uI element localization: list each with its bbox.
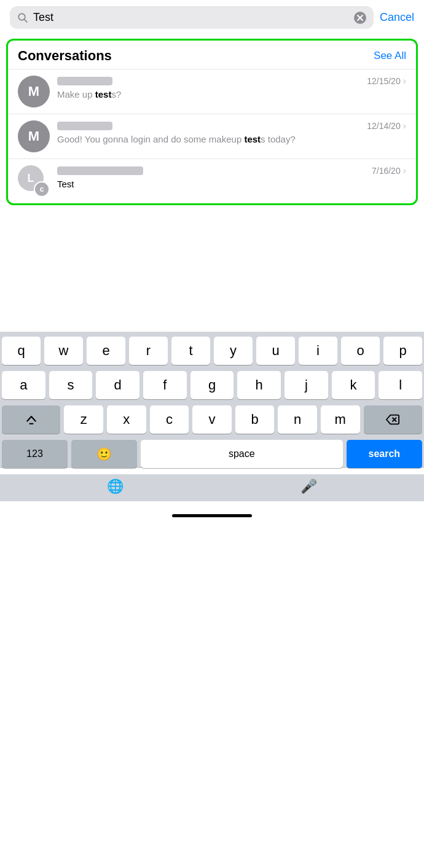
key-q[interactable]: q	[2, 337, 41, 365]
keyboard-row-2: a s d f g h j k l	[2, 371, 422, 399]
keyboard-row-4: 123 🙂 space search	[2, 440, 422, 468]
keyboard: q w e r t y u i o p a s d f g h j k l z …	[0, 332, 424, 468]
conv-top-row: 12/15/20 ›	[57, 76, 406, 87]
key-search[interactable]: search	[347, 440, 422, 468]
clear-icon	[356, 14, 364, 22]
key-c[interactable]: c	[150, 405, 189, 434]
key-k[interactable]: k	[332, 371, 375, 399]
avatar-sub: c	[34, 181, 50, 197]
section-title: Conversations	[18, 48, 112, 64]
key-t[interactable]: t	[171, 337, 210, 365]
key-h[interactable]: h	[237, 371, 281, 399]
key-n[interactable]: n	[278, 405, 317, 434]
conv-preview: Make up tests?	[57, 88, 406, 101]
key-w[interactable]: w	[44, 337, 83, 365]
conversation-item[interactable]: M 12/14/20 › Good! You gonna login and d…	[8, 114, 416, 158]
home-indicator	[0, 501, 424, 522]
conv-date: 7/16/20	[372, 166, 401, 176]
conv-name-blur	[57, 77, 112, 85]
key-g[interactable]: g	[190, 371, 234, 399]
key-numbers[interactable]: 123	[2, 440, 68, 468]
conv-content: 12/15/20 › Make up tests?	[57, 76, 406, 101]
conversation-item[interactable]: L c 7/16/20 › Test	[8, 158, 416, 203]
chevron-icon: ›	[403, 76, 406, 87]
key-i[interactable]: i	[299, 337, 337, 365]
conv-preview: Test	[57, 178, 406, 190]
conversations-section: Conversations See All M 12/15/20 › Make …	[6, 39, 418, 205]
key-r[interactable]: r	[129, 337, 168, 365]
conv-top-row: 12/14/20 ›	[57, 120, 406, 131]
highlight-text: test	[244, 134, 261, 144]
key-mic[interactable]: 🎤	[212, 474, 406, 499]
conv-top-row: 7/16/20 ›	[57, 165, 406, 176]
key-j[interactable]: j	[285, 371, 328, 399]
search-icon	[17, 12, 28, 23]
key-emoji[interactable]: 🙂	[71, 440, 137, 468]
key-a[interactable]: a	[2, 371, 45, 399]
conv-content: 12/14/20 › Good! You gonna login and do …	[57, 120, 406, 146]
keyboard-bottom-accessories: 🌐 🎤	[0, 474, 424, 501]
key-p[interactable]: p	[383, 337, 422, 365]
conv-content: 7/16/20 › Test	[57, 165, 406, 190]
key-o[interactable]: o	[341, 337, 380, 365]
key-d[interactable]: d	[96, 371, 139, 399]
avatar: M	[18, 120, 50, 152]
conv-date-row: 12/15/20 ›	[367, 76, 406, 87]
key-y[interactable]: y	[214, 337, 253, 365]
see-all-button[interactable]: See All	[374, 50, 406, 62]
keyboard-row-1: q w e r t y u i o p	[2, 337, 422, 365]
key-globe[interactable]: 🌐	[18, 474, 212, 499]
avatar-group: L c	[18, 165, 50, 197]
key-z[interactable]: z	[64, 405, 103, 434]
key-u[interactable]: u	[256, 337, 295, 365]
highlight-text: test	[95, 89, 112, 100]
conv-preview: Good! You gonna login and do some makeup…	[57, 133, 406, 146]
section-header: Conversations See All	[8, 41, 416, 69]
key-shift[interactable]	[2, 405, 60, 434]
search-bar: Cancel	[0, 0, 424, 35]
key-f[interactable]: f	[143, 371, 187, 399]
delete-icon	[386, 413, 399, 426]
conv-date-row: 12/14/20 ›	[367, 120, 406, 131]
shift-icon	[25, 413, 37, 426]
conv-name-blur	[57, 122, 112, 130]
conv-date: 12/15/20	[367, 76, 401, 86]
conv-date: 12/14/20	[367, 121, 401, 131]
conv-name-blur	[57, 166, 143, 175]
chevron-icon: ›	[403, 120, 406, 131]
key-delete[interactable]	[364, 405, 422, 434]
search-input[interactable]	[33, 11, 349, 24]
conversation-item[interactable]: M 12/15/20 › Make up tests?	[8, 69, 416, 114]
clear-button[interactable]	[354, 12, 366, 24]
spacer	[0, 209, 424, 332]
keyboard-row-3: z x c v b n m	[2, 405, 422, 434]
key-space[interactable]: space	[141, 440, 343, 468]
key-x[interactable]: x	[107, 405, 146, 434]
chevron-icon: ›	[403, 165, 406, 176]
key-m[interactable]: m	[321, 405, 360, 434]
home-bar	[172, 514, 252, 517]
key-e[interactable]: e	[87, 337, 125, 365]
key-v[interactable]: v	[192, 405, 232, 434]
cancel-button[interactable]: Cancel	[380, 11, 414, 24]
avatar: M	[18, 76, 50, 108]
key-b[interactable]: b	[235, 405, 275, 434]
search-input-wrapper	[10, 6, 374, 29]
key-s[interactable]: s	[49, 371, 93, 399]
svg-line-1	[25, 19, 27, 22]
conv-date-row: 7/16/20 ›	[372, 165, 406, 176]
key-l[interactable]: l	[379, 371, 422, 399]
